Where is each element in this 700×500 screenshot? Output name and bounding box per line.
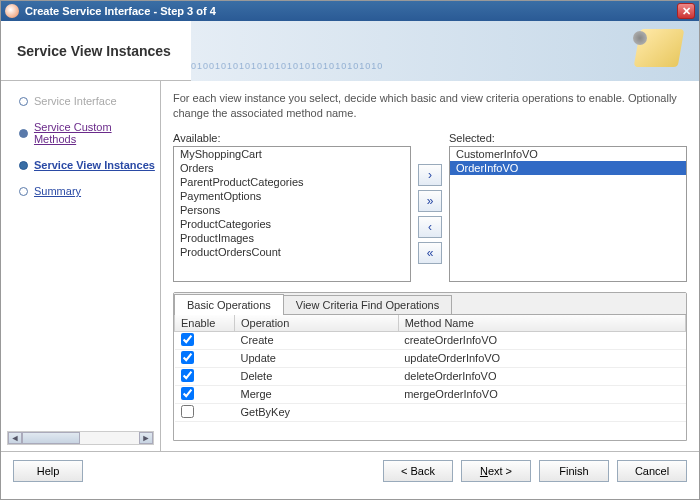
remove-button[interactable]: ‹ (418, 216, 442, 238)
nav-step-label: Service Interface (34, 95, 117, 107)
col-operation[interactable]: Operation (235, 315, 399, 332)
col-enable[interactable]: Enable (175, 315, 235, 332)
table-row: Delete deleteOrderInfoVO (175, 367, 686, 385)
nav-step-label: Summary (34, 185, 81, 197)
table-row: Update updateOrderInfoVO (175, 349, 686, 367)
cancel-button[interactable]: Cancel (617, 460, 687, 482)
add-all-button[interactable]: » (418, 190, 442, 212)
nav-bullet-icon (19, 187, 28, 196)
finish-button[interactable]: Finish (539, 460, 609, 482)
op-method[interactable]: updateOrderInfoVO (398, 349, 685, 367)
enable-checkbox[interactable] (181, 405, 194, 418)
nav-bullet-icon (19, 97, 28, 106)
list-item[interactable]: CustomerInfoVO (450, 147, 686, 161)
enable-checkbox[interactable] (181, 333, 194, 346)
table-row: Create createOrderInfoVO (175, 331, 686, 349)
selected-label: Selected: (449, 132, 687, 144)
scroll-left-icon[interactable]: ◄ (8, 432, 22, 444)
titlebar: Create Service Interface - Step 3 of 4 ✕ (1, 1, 699, 21)
list-item[interactable]: ProductCategories (174, 217, 410, 231)
list-item[interactable]: Orders (174, 161, 410, 175)
list-item[interactable]: ProductOrdersCount (174, 245, 410, 259)
help-button[interactable]: Help (13, 460, 83, 482)
back-button[interactable]: < Back (383, 460, 453, 482)
header-banner: 01001010101010101010101010101010 (191, 21, 699, 81)
app-icon (5, 4, 19, 18)
page-title: Service View Instances (1, 43, 191, 59)
table-row: GetByKey (175, 403, 686, 421)
nav-bullet-icon (19, 129, 28, 138)
nav-step-label: Service View Instances (34, 159, 155, 171)
op-method[interactable]: mergeOrderInfoVO (398, 385, 685, 403)
nav-step-view-instances[interactable]: Service View Instances (5, 155, 156, 175)
op-name: Create (235, 331, 399, 349)
nav-step-summary[interactable]: Summary (5, 181, 156, 201)
wizard-footer: Help < Back Next > Finish Cancel (1, 451, 699, 489)
wizard-nav: Service Interface Service Custom Methods… (1, 81, 161, 451)
next-button[interactable]: Next > (461, 460, 531, 482)
op-method[interactable]: deleteOrderInfoVO (398, 367, 685, 385)
op-name: Merge (235, 385, 399, 403)
op-method[interactable]: createOrderInfoVO (398, 331, 685, 349)
add-button[interactable]: › (418, 164, 442, 186)
operations-table[interactable]: Enable Operation Method Name Create crea… (174, 315, 686, 440)
enable-checkbox[interactable] (181, 387, 194, 400)
accel-char: N (480, 465, 488, 477)
instructions-text: For each view instance you select, decid… (173, 91, 687, 122)
table-row: Merge mergeOrderInfoVO (175, 385, 686, 403)
next-suffix: ext > (488, 465, 512, 477)
op-method[interactable] (398, 403, 685, 421)
scroll-right-icon[interactable]: ► (139, 432, 153, 444)
list-item[interactable]: ParentProductCategories (174, 175, 410, 189)
list-item[interactable]: OrderInfoVO (450, 161, 686, 175)
tab-basic-operations[interactable]: Basic Operations (174, 294, 284, 315)
scroll-thumb[interactable] (22, 432, 80, 444)
op-name: GetByKey (235, 403, 399, 421)
enable-checkbox[interactable] (181, 351, 194, 364)
available-label: Available: (173, 132, 411, 144)
tab-view-criteria[interactable]: View Criteria Find Operations (283, 295, 452, 314)
tabstrip: Basic Operations View Criteria Find Oper… (174, 293, 686, 315)
remove-all-button[interactable]: « (418, 242, 442, 264)
list-item[interactable]: MyShoppingCart (174, 147, 410, 161)
nav-step-custom-methods[interactable]: Service Custom Methods (5, 117, 156, 149)
col-method[interactable]: Method Name (398, 315, 685, 332)
window-title: Create Service Interface - Step 3 of 4 (25, 5, 677, 17)
op-name: Update (235, 349, 399, 367)
shuttle-buttons: › » ‹ « (417, 132, 443, 282)
wizard-header: Service View Instances 01001010101010101… (1, 21, 699, 81)
list-item[interactable]: Persons (174, 203, 410, 217)
available-listbox[interactable]: MyShoppingCart Orders ParentProductCateg… (173, 146, 411, 282)
gear-icon (633, 31, 647, 45)
close-icon[interactable]: ✕ (677, 3, 695, 19)
list-item[interactable]: ProductImages (174, 231, 410, 245)
list-item[interactable]: PaymentOptions (174, 189, 410, 203)
nav-step-interface: Service Interface (5, 91, 156, 111)
operations-pane: Basic Operations View Criteria Find Oper… (173, 292, 687, 441)
nav-step-label: Service Custom Methods (34, 121, 156, 145)
nav-bullet-icon (19, 161, 28, 170)
selected-listbox[interactable]: CustomerInfoVO OrderInfoVO (449, 146, 687, 282)
op-name: Delete (235, 367, 399, 385)
nav-scrollbar[interactable]: ◄ ► (7, 431, 154, 445)
enable-checkbox[interactable] (181, 369, 194, 382)
